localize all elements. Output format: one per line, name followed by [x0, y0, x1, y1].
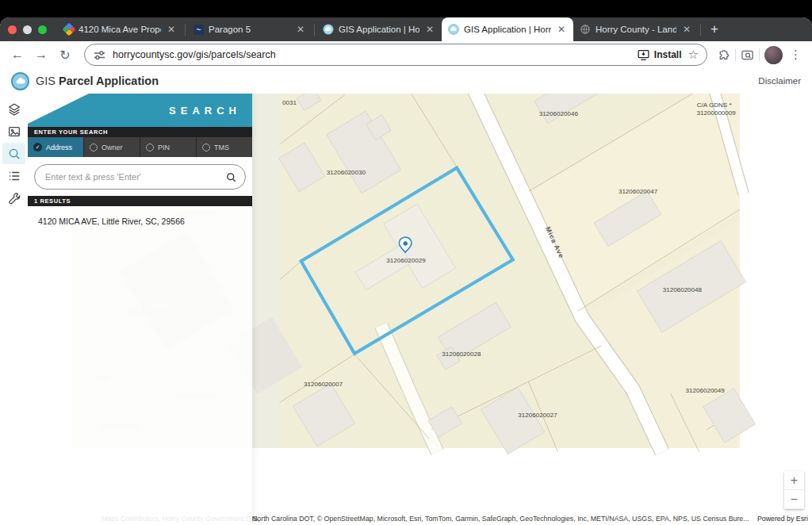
basemap-image-icon: [7, 125, 21, 139]
tab-search-icon[interactable]: [741, 48, 754, 62]
radio-icon: [90, 144, 98, 151]
sidebar-item-tools[interactable]: [2, 187, 25, 209]
parcel-label: 31206020028: [442, 351, 481, 358]
search-input-row: Enter text & press 'Enter': [28, 157, 252, 196]
parcel-label: 31206020029: [386, 257, 426, 264]
cloud-favicon-icon: [448, 24, 459, 35]
parcel-label: 0031: [282, 99, 297, 106]
tab-title: GIS Application | Horry Coun: [339, 25, 419, 34]
parcel-label: C/A GDNS *: [697, 102, 732, 109]
sidebar-item-results[interactable]: [2, 165, 25, 186]
search-type-label: PIN: [158, 144, 170, 151]
tab-close-icon[interactable]: ✕: [424, 24, 435, 35]
install-icon: [637, 48, 650, 62]
search-type-tab-pin[interactable]: PIN: [140, 137, 196, 157]
tab-separator: [700, 24, 701, 36]
toolbar-separator: [759, 48, 760, 61]
tab-close-icon[interactable]: ✕: [681, 24, 692, 35]
browser-tab[interactable]: GIS Application | Horry Coun✕: [442, 17, 573, 41]
install-label: Install: [654, 49, 682, 60]
tab-close-icon[interactable]: ✕: [166, 24, 177, 35]
sidebar-item-layers[interactable]: [2, 98, 25, 120]
browser-toolbar: ← → ↻ horrycountysc.gov/gis/parcels/sear…: [0, 41, 812, 68]
globe-favicon-icon: [580, 24, 591, 35]
tab-separator: [314, 24, 315, 36]
attribution-text: North Carolina DOT, © OpenStreetMap, Mic…: [252, 513, 753, 525]
tab-strip-tabs: 4120 Mica Ave Property Infor✕~Paragon 5✕…: [58, 17, 812, 41]
toolbar-separator: [735, 48, 736, 61]
enter-search-bar: ENTER YOUR SEARCH: [28, 127, 252, 137]
parcel-label: 31206020047: [619, 188, 658, 195]
search-submit-icon[interactable]: [225, 171, 237, 183]
search-panel-banner: SEARCH: [28, 94, 252, 127]
parcel-label: 31200000009: [697, 109, 737, 117]
sidebar-item-basemap[interactable]: [2, 121, 25, 142]
list-icon: [7, 169, 21, 183]
search-panel-title: SEARCH: [169, 105, 241, 117]
search-type-label: Address: [46, 144, 72, 151]
back-button[interactable]: ←: [8, 48, 27, 62]
disclaimer-link[interactable]: Disclaimer: [758, 76, 801, 86]
search-placeholder: Enter text & press 'Enter': [45, 172, 225, 182]
zoom-in-button[interactable]: +: [784, 471, 804, 490]
search-type-tab-owner[interactable]: Owner: [84, 137, 140, 157]
browser-window: 4120 Mica Ave Property Infor✕~Paragon 5✕…: [0, 17, 812, 525]
tab-title: GIS Application | Horry Coun: [464, 25, 551, 34]
forward-button[interactable]: →: [32, 48, 51, 62]
reload-button[interactable]: ↻: [56, 48, 75, 63]
install-app-button[interactable]: Install: [637, 48, 682, 62]
search-result-item[interactable]: 4120 MICA AVE, Little River, SC, 29566: [28, 206, 252, 226]
close-window-button[interactable]: [8, 25, 17, 34]
bookmark-star-icon[interactable]: ☆: [688, 48, 699, 62]
url-bar[interactable]: horrycountysc.gov/gis/parcels/search Ins…: [84, 44, 707, 66]
tab-close-icon[interactable]: ✕: [556, 24, 567, 35]
new-tab-button[interactable]: +: [703, 21, 726, 37]
search-type-tab-address[interactable]: ✓Address: [28, 137, 83, 157]
url-text[interactable]: horrycountysc.gov/gis/parcels/search: [113, 49, 630, 60]
search-type-tabs: ✓AddressOwnerPINTMS: [28, 137, 252, 157]
extensions-icon[interactable]: [717, 48, 730, 62]
app-header: GIS Parcel Application Disclaimer: [0, 68, 812, 94]
pinwheel-favicon-icon: [63, 23, 76, 36]
zoom-out-button[interactable]: −: [784, 490, 804, 509]
sidebar-item-search[interactable]: [2, 143, 25, 164]
checked-radio-icon: ✓: [33, 143, 42, 151]
cloud-favicon-icon: [323, 24, 334, 35]
search-input[interactable]: Enter text & press 'Enter': [34, 164, 246, 190]
search-panel: SEARCH ENTER YOUR SEARCH ✓AddressOwnerPI…: [28, 94, 252, 525]
tab-title: 4120 Mica Ave Property Infor: [79, 25, 161, 34]
zoom-window-button[interactable]: [38, 25, 47, 34]
powered-by-esri: Powered by Esri: [751, 513, 808, 525]
browser-menu-icon[interactable]: ⋮: [787, 48, 804, 62]
search-icon: [7, 147, 21, 161]
paragon-favicon-icon: ~: [193, 25, 204, 35]
parcel-label: 31206020046: [539, 110, 579, 117]
tool-rail: [0, 94, 28, 525]
browser-tab[interactable]: 4120 Mica Ave Property Infor✕: [58, 17, 183, 41]
parcel-label: 31206020049: [686, 387, 726, 394]
browser-tab[interactable]: ~Paragon 5✕: [187, 17, 312, 41]
tab-close-icon[interactable]: ✕: [295, 24, 306, 35]
site-settings-icon[interactable]: [93, 48, 106, 62]
parcel-label: 31206020048: [663, 286, 703, 293]
profile-avatar[interactable]: [764, 46, 783, 64]
browser-tab[interactable]: Horry County - Land Records✕: [573, 17, 699, 41]
map-zoom-controls: + −: [784, 471, 804, 509]
radio-icon: [146, 144, 154, 151]
tab-strip: 4120 Mica Ave Property Infor✕~Paragon 5✕…: [0, 17, 812, 41]
parcel-label: 31206020007: [304, 381, 343, 388]
search-type-tab-tms[interactable]: TMS: [197, 137, 252, 157]
layers-icon: [7, 102, 21, 117]
tab-separator: [185, 24, 186, 36]
minimize-window-button[interactable]: [23, 25, 32, 34]
app-logo-cloud-icon: [11, 72, 29, 90]
results-count-bar: 1 RESULTS: [28, 196, 252, 206]
page-title: GIS Parcel Application: [36, 75, 159, 87]
search-type-label: TMS: [214, 144, 229, 151]
search-type-label: Owner: [102, 144, 123, 151]
tab-title: Horry County - Land Records: [596, 25, 676, 34]
parcel-label: 31206020030: [327, 169, 366, 176]
map-area[interactable]: 3120800001031206020004000731206020006312…: [0, 94, 812, 525]
browser-tab[interactable]: GIS Application | Horry Coun✕: [316, 17, 442, 41]
tab-title: Paragon 5: [209, 25, 290, 34]
